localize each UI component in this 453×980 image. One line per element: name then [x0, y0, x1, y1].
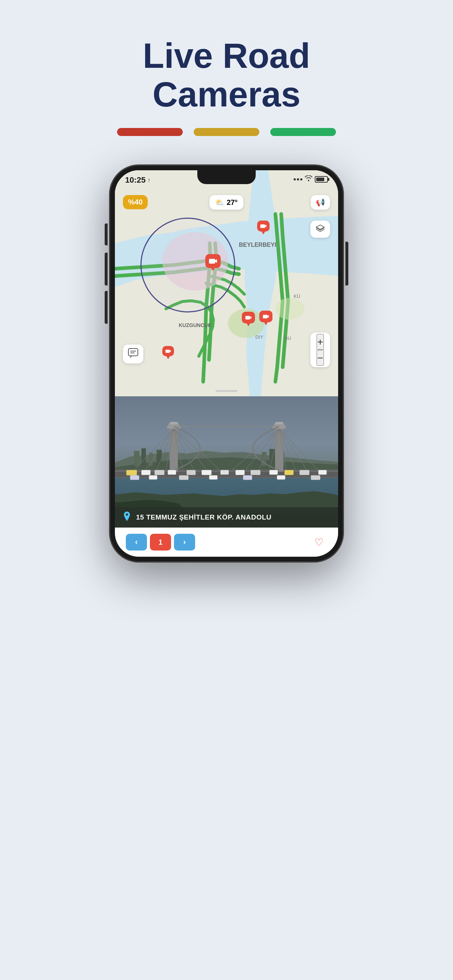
svg-rect-69	[130, 476, 139, 480]
location-bar: 15 TEMMUZ ŞEHİTLER KÖP. ANADOLU	[115, 507, 338, 528]
svg-text:DIY: DIY	[255, 334, 263, 340]
zoom-out-button[interactable]: −	[317, 350, 324, 366]
camera-icon-5	[165, 348, 171, 354]
chat-marker[interactable]	[123, 345, 144, 363]
prev-camera-button[interactable]: ‹	[126, 534, 147, 550]
svg-rect-56	[126, 470, 137, 476]
svg-point-3	[275, 298, 305, 320]
svg-rect-58	[155, 470, 164, 475]
svg-rect-35	[170, 422, 178, 424]
weather-icon: ⛅	[215, 198, 224, 207]
svg-text:BEYLERBEYI: BEYLERBEYI	[239, 242, 276, 248]
svg-rect-71	[179, 476, 188, 480]
svg-rect-72	[209, 476, 218, 479]
svg-rect-18	[134, 451, 139, 466]
location-name: 15 TEMMUZ ŞEHİTLER KÖP. ANADOLU	[136, 513, 271, 521]
favorite-button[interactable]: ♡	[310, 534, 327, 550]
traffic-indicators	[117, 128, 336, 136]
chat-bubble-icon	[128, 350, 138, 360]
battery-icon	[315, 176, 328, 183]
signal-dot-3	[300, 178, 302, 180]
camera-marker-4[interactable]	[259, 310, 273, 322]
notch-cutout	[197, 170, 256, 184]
next-camera-button[interactable]: ›	[174, 534, 195, 550]
svg-rect-65	[270, 470, 278, 475]
svg-rect-57	[142, 470, 151, 475]
svg-rect-73	[243, 476, 252, 480]
svg-rect-39	[275, 422, 283, 424]
heart-icon: ♡	[314, 536, 324, 548]
traffic-bar-clear	[270, 128, 336, 136]
svg-rect-67	[300, 470, 309, 475]
traffic-bar-heavy	[117, 128, 183, 136]
svg-rect-63	[236, 470, 245, 475]
svg-rect-16	[166, 350, 170, 353]
camera-icon-3	[245, 314, 252, 321]
svg-text:KUZGUNCUK: KUZGUNCUK	[179, 322, 212, 328]
signal-dot-1	[293, 178, 296, 180]
camera-icon-2	[260, 223, 266, 229]
map-selection-circle	[140, 218, 235, 312]
svg-rect-13	[128, 348, 138, 356]
layers-button[interactable]	[310, 221, 330, 238]
humidity-button[interactable]: %40	[123, 195, 148, 209]
camera-marker-2[interactable]	[257, 221, 270, 232]
camera-marker-main[interactable]	[205, 254, 221, 268]
svg-rect-70	[149, 476, 157, 479]
next-arrow-icon: ›	[183, 538, 186, 547]
camera-icon-4	[263, 313, 269, 320]
prev-arrow-icon: ‹	[135, 538, 137, 547]
drag-handle	[215, 390, 238, 392]
svg-rect-61	[202, 470, 212, 475]
camera-marker-3[interactable]	[242, 312, 255, 323]
phone-screen: 10:25 ↑	[115, 170, 338, 557]
svg-rect-64	[250, 470, 260, 475]
svg-rect-60	[187, 470, 196, 475]
bottom-navigation: ‹ 1 › ♡	[115, 528, 338, 557]
svg-rect-19	[142, 449, 146, 466]
svg-rect-10	[260, 224, 265, 228]
svg-rect-74	[277, 476, 285, 479]
current-page-button[interactable]: 1	[150, 534, 171, 550]
power-button	[345, 242, 348, 285]
svg-text:KÜ: KÜ	[293, 293, 300, 299]
weather-temp: 27°	[226, 198, 238, 207]
traffic-bar-moderate	[194, 128, 259, 136]
svg-text:BU: BU	[284, 336, 291, 341]
location-arrow-icon: ↑	[147, 177, 150, 183]
alert-button[interactable]: 📢	[311, 195, 330, 210]
map-container[interactable]: BEYLERBEYI KUZGUNCUK KÜ BU DIY %40 ⛅ 27°	[115, 170, 338, 396]
svg-rect-21	[156, 450, 161, 466]
weather-button[interactable]: ⛅ 27°	[209, 195, 243, 210]
svg-rect-66	[284, 470, 293, 475]
bridge-view	[115, 396, 338, 513]
signal-dot-2	[297, 178, 299, 180]
location-pin-icon	[123, 512, 131, 523]
phone-outer: 10:25 ↑	[110, 165, 343, 562]
app-title-line2: Cameras	[143, 75, 310, 114]
battery-level	[316, 178, 324, 181]
status-right-group	[293, 175, 328, 183]
phone-wrapper: 10:25 ↑	[110, 165, 343, 562]
megaphone-icon: 📢	[316, 198, 325, 206]
volume-down-button	[105, 291, 108, 324]
app-header: Live Road Cameras	[143, 37, 310, 113]
svg-rect-23	[270, 449, 275, 466]
status-time-group: 10:25 ↑	[125, 175, 150, 185]
zoom-in-button[interactable]: +	[317, 334, 324, 350]
svg-rect-75	[311, 476, 320, 480]
svg-rect-59	[168, 470, 176, 475]
svg-rect-11	[246, 316, 250, 320]
camera-marker-5[interactable]	[162, 346, 174, 356]
volume-up-button	[105, 253, 108, 285]
app-title-line1: Live Road	[143, 37, 310, 75]
svg-rect-62	[220, 470, 229, 475]
camera-feed: 15 TEMMUZ ŞEHİTLER KÖP. ANADOLU ‹ 1 ›	[115, 396, 338, 557]
layers-icon	[316, 226, 325, 234]
nav-arrows-group: ‹ 1 ›	[126, 534, 195, 550]
volume-silent-button	[105, 223, 108, 245]
zoom-control: + −	[310, 332, 330, 367]
svg-rect-12	[263, 315, 268, 319]
signal-dots	[293, 178, 302, 180]
camera-icon	[209, 257, 217, 266]
